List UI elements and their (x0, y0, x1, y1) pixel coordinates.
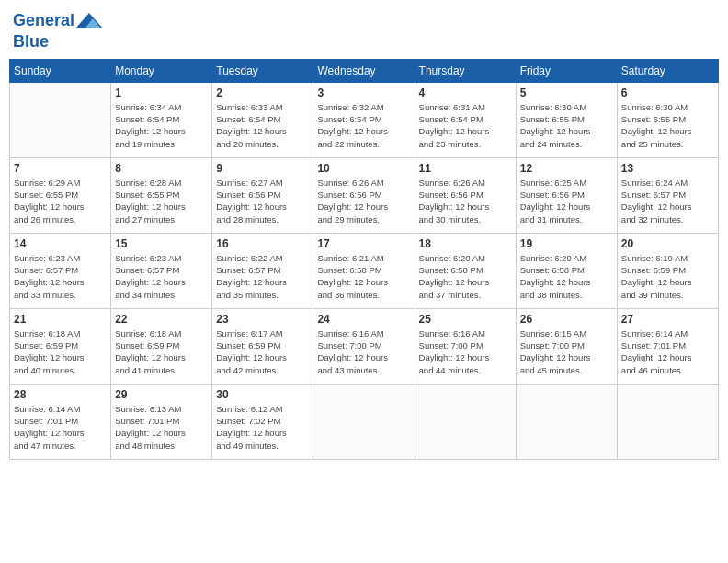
day-number: 26 (520, 313, 613, 326)
day-info: Sunrise: 6:23 AMSunset: 6:57 PMDaylight:… (14, 252, 107, 301)
day-info: Sunrise: 6:14 AMSunset: 7:01 PMDaylight:… (14, 403, 107, 452)
day-info: Sunrise: 6:18 AMSunset: 6:59 PMDaylight:… (14, 327, 107, 376)
day-number: 15 (115, 237, 208, 250)
day-info: Sunrise: 6:12 AMSunset: 7:02 PMDaylight:… (216, 403, 309, 452)
day-number: 4 (419, 86, 512, 99)
day-number: 27 (621, 313, 714, 326)
day-info: Sunrise: 6:30 AMSunset: 6:55 PMDaylight:… (621, 101, 714, 150)
day-info: Sunrise: 6:20 AMSunset: 6:58 PMDaylight:… (520, 252, 613, 301)
day-number: 11 (419, 162, 512, 175)
day-number: 30 (216, 388, 309, 401)
header-wednesday: Wednesday (313, 59, 415, 82)
day-info: Sunrise: 6:16 AMSunset: 7:00 PMDaylight:… (317, 327, 410, 376)
calendar-cell: 9Sunrise: 6:27 AMSunset: 6:56 PMDaylight… (212, 157, 313, 233)
day-info: Sunrise: 6:31 AMSunset: 6:54 PMDaylight:… (419, 101, 512, 150)
calendar-cell: 4Sunrise: 6:31 AMSunset: 6:54 PMDaylight… (415, 82, 516, 157)
calendar-cell: 6Sunrise: 6:30 AMSunset: 6:55 PMDaylight… (617, 82, 718, 157)
calendar-cell: 16Sunrise: 6:22 AMSunset: 6:57 PMDayligh… (212, 233, 313, 308)
calendar-header-row: SundayMondayTuesdayWednesdayThursdayFrid… (10, 59, 719, 82)
day-info: Sunrise: 6:33 AMSunset: 6:54 PMDaylight:… (216, 101, 309, 150)
day-number: 19 (520, 237, 613, 250)
day-info: Sunrise: 6:27 AMSunset: 6:56 PMDaylight:… (216, 177, 309, 225)
calendar-cell: 14Sunrise: 6:23 AMSunset: 6:57 PMDayligh… (10, 233, 111, 308)
calendar-cell: 10Sunrise: 6:26 AMSunset: 6:56 PMDayligh… (313, 157, 415, 233)
day-number: 14 (14, 237, 107, 250)
day-info: Sunrise: 6:24 AMSunset: 6:57 PMDaylight:… (621, 177, 714, 225)
day-number: 22 (115, 313, 208, 326)
calendar-table: SundayMondayTuesdayWednesdayThursdayFrid… (9, 59, 719, 460)
day-number: 1 (115, 86, 208, 99)
day-number: 3 (317, 86, 410, 99)
calendar-cell: 2Sunrise: 6:33 AMSunset: 6:54 PMDaylight… (212, 82, 313, 157)
header-sunday: Sunday (10, 59, 111, 82)
calendar-cell: 20Sunrise: 6:19 AMSunset: 6:59 PMDayligh… (617, 233, 718, 308)
calendar-cell: 5Sunrise: 6:30 AMSunset: 6:55 PMDaylight… (516, 82, 617, 157)
day-number: 17 (317, 237, 410, 250)
day-info: Sunrise: 6:13 AMSunset: 7:01 PMDaylight:… (115, 403, 208, 452)
header-thursday: Thursday (415, 59, 516, 82)
calendar-cell: 17Sunrise: 6:21 AMSunset: 6:58 PMDayligh… (313, 233, 415, 308)
day-number: 2 (216, 86, 309, 99)
day-number: 16 (216, 237, 309, 250)
day-info: Sunrise: 6:26 AMSunset: 6:56 PMDaylight:… (317, 177, 410, 225)
calendar-cell (313, 384, 415, 459)
day-info: Sunrise: 6:26 AMSunset: 6:56 PMDaylight:… (419, 177, 512, 225)
day-number: 5 (520, 86, 613, 99)
header-saturday: Saturday (617, 59, 718, 82)
day-info: Sunrise: 6:29 AMSunset: 6:55 PMDaylight:… (14, 177, 107, 225)
calendar-cell: 27Sunrise: 6:14 AMSunset: 7:01 PMDayligh… (617, 308, 718, 384)
calendar-cell: 24Sunrise: 6:16 AMSunset: 7:00 PMDayligh… (313, 308, 415, 384)
calendar-cell: 21Sunrise: 6:18 AMSunset: 6:59 PMDayligh… (10, 308, 111, 384)
day-info: Sunrise: 6:21 AMSunset: 6:58 PMDaylight:… (317, 252, 410, 301)
calendar-cell: 29Sunrise: 6:13 AMSunset: 7:01 PMDayligh… (111, 384, 212, 459)
calendar-cell (617, 384, 718, 459)
day-number: 28 (14, 388, 107, 401)
logo: General Blue (13, 9, 102, 52)
calendar-week-1: 1Sunrise: 6:34 AMSunset: 6:54 PMDaylight… (10, 82, 719, 157)
calendar-cell: 19Sunrise: 6:20 AMSunset: 6:58 PMDayligh… (516, 233, 617, 308)
day-number: 7 (14, 162, 107, 175)
header-friday: Friday (516, 59, 617, 82)
day-info: Sunrise: 6:28 AMSunset: 6:55 PMDaylight:… (115, 177, 208, 225)
calendar-cell: 12Sunrise: 6:25 AMSunset: 6:56 PMDayligh… (516, 157, 617, 233)
calendar-cell: 13Sunrise: 6:24 AMSunset: 6:57 PMDayligh… (617, 157, 718, 233)
day-number: 8 (115, 162, 208, 175)
calendar-cell: 22Sunrise: 6:18 AMSunset: 6:59 PMDayligh… (111, 308, 212, 384)
header-monday: Monday (111, 59, 212, 82)
day-number: 25 (419, 313, 512, 326)
day-number: 6 (621, 86, 714, 99)
logo-general: General (13, 11, 74, 29)
day-number: 21 (14, 313, 107, 326)
calendar-week-2: 7Sunrise: 6:29 AMSunset: 6:55 PMDaylight… (10, 157, 719, 233)
header-tuesday: Tuesday (212, 59, 313, 82)
calendar-cell (516, 384, 617, 459)
day-info: Sunrise: 6:14 AMSunset: 7:01 PMDaylight:… (621, 327, 714, 376)
day-info: Sunrise: 6:25 AMSunset: 6:56 PMDaylight:… (520, 177, 613, 225)
page-header: General Blue (9, 9, 719, 52)
calendar-cell: 1Sunrise: 6:34 AMSunset: 6:54 PMDaylight… (111, 82, 212, 157)
day-info: Sunrise: 6:23 AMSunset: 6:57 PMDaylight:… (115, 252, 208, 301)
day-info: Sunrise: 6:32 AMSunset: 6:54 PMDaylight:… (317, 101, 410, 150)
calendar-cell: 25Sunrise: 6:16 AMSunset: 7:00 PMDayligh… (415, 308, 516, 384)
day-info: Sunrise: 6:18 AMSunset: 6:59 PMDaylight:… (115, 327, 208, 376)
day-info: Sunrise: 6:16 AMSunset: 7:00 PMDaylight:… (419, 327, 512, 376)
calendar-week-5: 28Sunrise: 6:14 AMSunset: 7:01 PMDayligh… (10, 384, 719, 459)
logo-blue: Blue (13, 32, 49, 51)
day-info: Sunrise: 6:34 AMSunset: 6:54 PMDaylight:… (115, 101, 208, 150)
calendar-cell: 18Sunrise: 6:20 AMSunset: 6:58 PMDayligh… (415, 233, 516, 308)
calendar-cell: 11Sunrise: 6:26 AMSunset: 6:56 PMDayligh… (415, 157, 516, 233)
calendar-cell: 28Sunrise: 6:14 AMSunset: 7:01 PMDayligh… (10, 384, 111, 459)
calendar-cell: 26Sunrise: 6:15 AMSunset: 7:00 PMDayligh… (516, 308, 617, 384)
day-info: Sunrise: 6:19 AMSunset: 6:59 PMDaylight:… (621, 252, 714, 301)
calendar-cell: 30Sunrise: 6:12 AMSunset: 7:02 PMDayligh… (212, 384, 313, 459)
calendar-cell: 3Sunrise: 6:32 AMSunset: 6:54 PMDaylight… (313, 82, 415, 157)
calendar-cell: 23Sunrise: 6:17 AMSunset: 6:59 PMDayligh… (212, 308, 313, 384)
day-number: 18 (419, 237, 512, 250)
calendar-cell (415, 384, 516, 459)
day-number: 24 (317, 313, 410, 326)
day-info: Sunrise: 6:17 AMSunset: 6:59 PMDaylight:… (216, 327, 309, 376)
calendar-week-3: 14Sunrise: 6:23 AMSunset: 6:57 PMDayligh… (10, 233, 719, 308)
day-number: 9 (216, 162, 309, 175)
day-info: Sunrise: 6:22 AMSunset: 6:57 PMDaylight:… (216, 252, 309, 301)
calendar-week-4: 21Sunrise: 6:18 AMSunset: 6:59 PMDayligh… (10, 308, 719, 384)
